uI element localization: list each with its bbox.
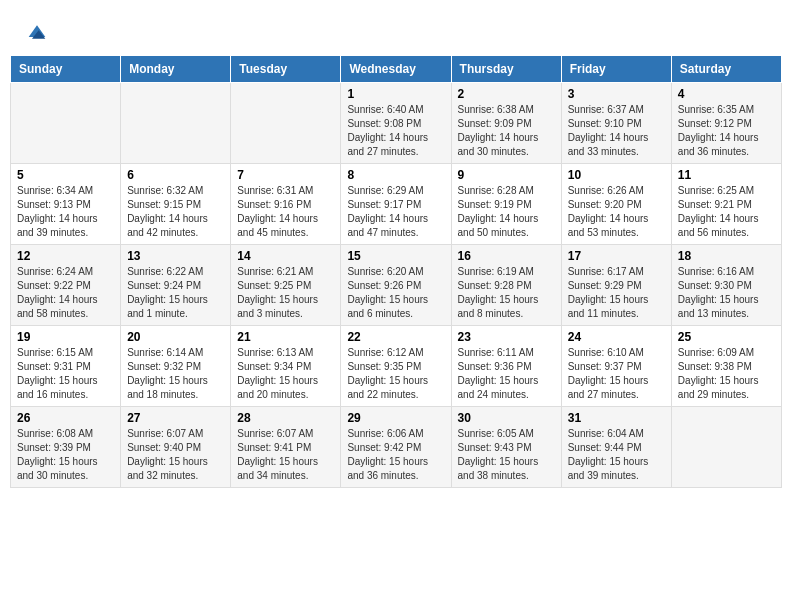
day-number: 9 <box>458 168 555 182</box>
calendar-cell <box>121 83 231 164</box>
day-info: Sunrise: 6:38 AM Sunset: 9:09 PM Dayligh… <box>458 103 555 159</box>
calendar-week-row: 26Sunrise: 6:08 AM Sunset: 9:39 PM Dayli… <box>11 407 782 488</box>
day-info: Sunrise: 6:15 AM Sunset: 9:31 PM Dayligh… <box>17 346 114 402</box>
calendar-cell: 19Sunrise: 6:15 AM Sunset: 9:31 PM Dayli… <box>11 326 121 407</box>
calendar-cell: 31Sunrise: 6:04 AM Sunset: 9:44 PM Dayli… <box>561 407 671 488</box>
calendar-cell <box>671 407 781 488</box>
day-header-saturday: Saturday <box>671 56 781 83</box>
day-number: 1 <box>347 87 444 101</box>
day-number: 17 <box>568 249 665 263</box>
day-number: 16 <box>458 249 555 263</box>
day-header-thursday: Thursday <box>451 56 561 83</box>
day-info: Sunrise: 6:13 AM Sunset: 9:34 PM Dayligh… <box>237 346 334 402</box>
calendar-week-row: 1Sunrise: 6:40 AM Sunset: 9:08 PM Daylig… <box>11 83 782 164</box>
calendar-cell: 6Sunrise: 6:32 AM Sunset: 9:15 PM Daylig… <box>121 164 231 245</box>
logo <box>25 20 47 42</box>
day-info: Sunrise: 6:07 AM Sunset: 9:41 PM Dayligh… <box>237 427 334 483</box>
calendar-cell: 3Sunrise: 6:37 AM Sunset: 9:10 PM Daylig… <box>561 83 671 164</box>
day-info: Sunrise: 6:08 AM Sunset: 9:39 PM Dayligh… <box>17 427 114 483</box>
day-number: 11 <box>678 168 775 182</box>
calendar-cell: 2Sunrise: 6:38 AM Sunset: 9:09 PM Daylig… <box>451 83 561 164</box>
day-info: Sunrise: 6:34 AM Sunset: 9:13 PM Dayligh… <box>17 184 114 240</box>
day-number: 27 <box>127 411 224 425</box>
day-header-wednesday: Wednesday <box>341 56 451 83</box>
page-header <box>10 10 782 47</box>
day-info: Sunrise: 6:05 AM Sunset: 9:43 PM Dayligh… <box>458 427 555 483</box>
day-number: 12 <box>17 249 114 263</box>
day-info: Sunrise: 6:20 AM Sunset: 9:26 PM Dayligh… <box>347 265 444 321</box>
day-header-monday: Monday <box>121 56 231 83</box>
day-number: 7 <box>237 168 334 182</box>
calendar-cell: 26Sunrise: 6:08 AM Sunset: 9:39 PM Dayli… <box>11 407 121 488</box>
day-number: 24 <box>568 330 665 344</box>
day-info: Sunrise: 6:40 AM Sunset: 9:08 PM Dayligh… <box>347 103 444 159</box>
calendar-cell: 24Sunrise: 6:10 AM Sunset: 9:37 PM Dayli… <box>561 326 671 407</box>
day-number: 18 <box>678 249 775 263</box>
calendar-table: SundayMondayTuesdayWednesdayThursdayFrid… <box>10 55 782 488</box>
day-number: 2 <box>458 87 555 101</box>
day-header-sunday: Sunday <box>11 56 121 83</box>
calendar-cell: 14Sunrise: 6:21 AM Sunset: 9:25 PM Dayli… <box>231 245 341 326</box>
day-info: Sunrise: 6:37 AM Sunset: 9:10 PM Dayligh… <box>568 103 665 159</box>
day-number: 23 <box>458 330 555 344</box>
day-info: Sunrise: 6:29 AM Sunset: 9:17 PM Dayligh… <box>347 184 444 240</box>
calendar-cell: 27Sunrise: 6:07 AM Sunset: 9:40 PM Dayli… <box>121 407 231 488</box>
calendar-cell: 21Sunrise: 6:13 AM Sunset: 9:34 PM Dayli… <box>231 326 341 407</box>
day-number: 15 <box>347 249 444 263</box>
day-info: Sunrise: 6:24 AM Sunset: 9:22 PM Dayligh… <box>17 265 114 321</box>
day-info: Sunrise: 6:35 AM Sunset: 9:12 PM Dayligh… <box>678 103 775 159</box>
calendar-cell: 15Sunrise: 6:20 AM Sunset: 9:26 PM Dayli… <box>341 245 451 326</box>
calendar-cell: 8Sunrise: 6:29 AM Sunset: 9:17 PM Daylig… <box>341 164 451 245</box>
day-number: 30 <box>458 411 555 425</box>
day-info: Sunrise: 6:21 AM Sunset: 9:25 PM Dayligh… <box>237 265 334 321</box>
calendar-week-row: 12Sunrise: 6:24 AM Sunset: 9:22 PM Dayli… <box>11 245 782 326</box>
day-header-tuesday: Tuesday <box>231 56 341 83</box>
day-number: 13 <box>127 249 224 263</box>
day-number: 29 <box>347 411 444 425</box>
day-info: Sunrise: 6:06 AM Sunset: 9:42 PM Dayligh… <box>347 427 444 483</box>
day-info: Sunrise: 6:28 AM Sunset: 9:19 PM Dayligh… <box>458 184 555 240</box>
day-number: 31 <box>568 411 665 425</box>
calendar-cell: 1Sunrise: 6:40 AM Sunset: 9:08 PM Daylig… <box>341 83 451 164</box>
calendar-cell: 12Sunrise: 6:24 AM Sunset: 9:22 PM Dayli… <box>11 245 121 326</box>
day-number: 3 <box>568 87 665 101</box>
day-info: Sunrise: 6:14 AM Sunset: 9:32 PM Dayligh… <box>127 346 224 402</box>
calendar-cell: 7Sunrise: 6:31 AM Sunset: 9:16 PM Daylig… <box>231 164 341 245</box>
day-number: 19 <box>17 330 114 344</box>
calendar-week-row: 19Sunrise: 6:15 AM Sunset: 9:31 PM Dayli… <box>11 326 782 407</box>
logo-text <box>25 20 47 42</box>
day-info: Sunrise: 6:16 AM Sunset: 9:30 PM Dayligh… <box>678 265 775 321</box>
day-number: 28 <box>237 411 334 425</box>
day-number: 21 <box>237 330 334 344</box>
calendar-cell: 25Sunrise: 6:09 AM Sunset: 9:38 PM Dayli… <box>671 326 781 407</box>
day-number: 20 <box>127 330 224 344</box>
calendar-cell: 29Sunrise: 6:06 AM Sunset: 9:42 PM Dayli… <box>341 407 451 488</box>
calendar-cell: 22Sunrise: 6:12 AM Sunset: 9:35 PM Dayli… <box>341 326 451 407</box>
calendar-cell: 20Sunrise: 6:14 AM Sunset: 9:32 PM Dayli… <box>121 326 231 407</box>
day-number: 5 <box>17 168 114 182</box>
day-info: Sunrise: 6:12 AM Sunset: 9:35 PM Dayligh… <box>347 346 444 402</box>
calendar-cell: 4Sunrise: 6:35 AM Sunset: 9:12 PM Daylig… <box>671 83 781 164</box>
calendar-cell: 18Sunrise: 6:16 AM Sunset: 9:30 PM Dayli… <box>671 245 781 326</box>
calendar-cell <box>11 83 121 164</box>
day-number: 10 <box>568 168 665 182</box>
calendar-header-row: SundayMondayTuesdayWednesdayThursdayFrid… <box>11 56 782 83</box>
day-info: Sunrise: 6:32 AM Sunset: 9:15 PM Dayligh… <box>127 184 224 240</box>
calendar-cell: 28Sunrise: 6:07 AM Sunset: 9:41 PM Dayli… <box>231 407 341 488</box>
day-number: 22 <box>347 330 444 344</box>
calendar-cell: 13Sunrise: 6:22 AM Sunset: 9:24 PM Dayli… <box>121 245 231 326</box>
day-info: Sunrise: 6:17 AM Sunset: 9:29 PM Dayligh… <box>568 265 665 321</box>
calendar-cell: 30Sunrise: 6:05 AM Sunset: 9:43 PM Dayli… <box>451 407 561 488</box>
day-number: 6 <box>127 168 224 182</box>
calendar-week-row: 5Sunrise: 6:34 AM Sunset: 9:13 PM Daylig… <box>11 164 782 245</box>
calendar-cell: 23Sunrise: 6:11 AM Sunset: 9:36 PM Dayli… <box>451 326 561 407</box>
day-number: 14 <box>237 249 334 263</box>
calendar-cell: 11Sunrise: 6:25 AM Sunset: 9:21 PM Dayli… <box>671 164 781 245</box>
calendar-cell: 9Sunrise: 6:28 AM Sunset: 9:19 PM Daylig… <box>451 164 561 245</box>
day-info: Sunrise: 6:19 AM Sunset: 9:28 PM Dayligh… <box>458 265 555 321</box>
day-info: Sunrise: 6:10 AM Sunset: 9:37 PM Dayligh… <box>568 346 665 402</box>
day-number: 25 <box>678 330 775 344</box>
day-info: Sunrise: 6:04 AM Sunset: 9:44 PM Dayligh… <box>568 427 665 483</box>
day-info: Sunrise: 6:07 AM Sunset: 9:40 PM Dayligh… <box>127 427 224 483</box>
day-info: Sunrise: 6:31 AM Sunset: 9:16 PM Dayligh… <box>237 184 334 240</box>
